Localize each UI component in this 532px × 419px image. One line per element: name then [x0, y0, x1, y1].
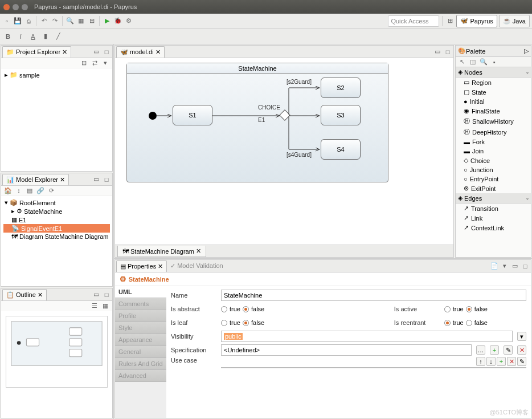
up-icon[interactable]: ↑: [476, 357, 485, 366]
palette-entrypoint[interactable]: ○ EntryPoint: [456, 174, 531, 184]
tree-root[interactable]: ▾ 📦 RootElement: [3, 198, 110, 207]
window-maximize-icon[interactable]: [22, 4, 28, 10]
category-general[interactable]: General: [115, 346, 166, 358]
minimize-view-icon[interactable]: ▭: [92, 290, 101, 299]
palette-deephistory[interactable]: Ⓗ DeepHistory: [456, 127, 531, 137]
specification-input[interactable]: [221, 344, 472, 356]
visibility-select[interactable]: public: [221, 331, 513, 342]
tree-signalevent[interactable]: 📡 SignalEventE1: [3, 224, 110, 233]
pin-icon[interactable]: ▾: [500, 262, 509, 271]
refresh-icon[interactable]: ⟳: [47, 186, 56, 195]
maximize-view-icon[interactable]: □: [102, 175, 111, 184]
leaf-false-radio[interactable]: [243, 320, 249, 326]
palette-junction[interactable]: ○ Junction: [456, 165, 531, 174]
palette-exitpoint[interactable]: ⊗ ExitPoint: [456, 184, 531, 193]
editor-tab[interactable]: 🦋 model.di ✕: [116, 46, 165, 58]
redo-icon[interactable]: ↷: [50, 17, 59, 26]
palette-state[interactable]: ▢ State: [456, 87, 531, 97]
marquee-tool-icon[interactable]: ◫: [468, 58, 477, 67]
category-advanced[interactable]: Advanced: [115, 370, 166, 382]
maximize-view-icon[interactable]: □: [102, 290, 111, 299]
category-comments[interactable]: Comments: [115, 298, 166, 310]
active-true-radio[interactable]: [444, 306, 451, 312]
edit-icon[interactable]: ✎: [504, 345, 513, 355]
state-s4[interactable]: S4: [321, 139, 361, 160]
palette-fork[interactable]: ▬ Fork: [456, 137, 531, 147]
minimize-view-icon[interactable]: ▭: [510, 262, 519, 271]
palette-finalstate[interactable]: ◉ FinalState: [456, 106, 531, 116]
delete-icon[interactable]: ✕: [517, 345, 526, 355]
model-explorer-tab[interactable]: 📊 Model Explorer ✕: [2, 174, 69, 185]
bold-icon[interactable]: B: [3, 32, 13, 41]
abstract-false-radio[interactable]: [243, 306, 249, 312]
abstract-true-radio[interactable]: [221, 306, 227, 312]
palette-link[interactable]: ↗ Link: [456, 213, 531, 223]
reentrant-true-radio[interactable]: [444, 320, 451, 326]
italic-icon[interactable]: I: [16, 32, 25, 41]
collapse-all-icon[interactable]: ⊟: [79, 58, 88, 67]
browse-icon[interactable]: …: [476, 345, 485, 355]
palette-nodes-section[interactable]: ◈ Nodes◦: [456, 67, 531, 78]
palette-choice[interactable]: ◇ Choice: [456, 156, 531, 165]
outline-overview-icon[interactable]: ▦: [101, 301, 110, 310]
fill-color-icon[interactable]: ▮: [41, 32, 50, 41]
tree-e1[interactable]: ▦ E1: [3, 215, 110, 224]
outline-tree-icon[interactable]: ☰: [90, 301, 99, 310]
align-icon[interactable]: ▦: [76, 17, 85, 26]
palette-region[interactable]: ▭ Region: [456, 78, 531, 87]
add-icon[interactable]: +: [497, 357, 506, 366]
palette-initial[interactable]: ● Initial: [456, 97, 531, 106]
down-icon[interactable]: ↓: [486, 357, 496, 366]
perspective-papyrus[interactable]: 🦋 Papyrus: [456, 15, 497, 27]
outline-thumbnail[interactable]: [6, 316, 108, 388]
font-color-icon[interactable]: A: [28, 32, 38, 41]
filter-icon[interactable]: ▤: [25, 186, 34, 195]
state-s2[interactable]: S2: [321, 78, 361, 98]
save-icon[interactable]: 💾: [13, 17, 22, 26]
initial-state-node[interactable]: [149, 112, 157, 120]
undo-icon[interactable]: ↶: [39, 17, 48, 26]
zoom-tool-icon[interactable]: 🔍: [479, 58, 488, 67]
category-rulers[interactable]: Rulers And Grid: [115, 358, 166, 370]
run-icon[interactable]: ▶: [103, 17, 112, 26]
state-s3[interactable]: S3: [321, 105, 361, 125]
category-profile[interactable]: Profile: [115, 310, 166, 322]
minimize-editor-icon[interactable]: ▭: [433, 47, 442, 56]
palette-shallowhistory[interactable]: Ⓗ ShallowHistory: [456, 116, 531, 127]
outline-tab[interactable]: 📋 Outline ✕: [2, 289, 47, 300]
name-input[interactable]: [221, 290, 526, 301]
palette-contextlink[interactable]: ↗ ContextLink: [456, 223, 531, 233]
view-menu-icon[interactable]: ▾: [101, 58, 110, 67]
reentrant-false-radio[interactable]: [466, 320, 472, 326]
minimize-view-icon[interactable]: ▭: [92, 47, 101, 56]
choice-node[interactable]: [279, 109, 290, 121]
new-view-icon[interactable]: 📄: [490, 262, 499, 271]
tree-diagram[interactable]: 🗺 Diagram StateMachine Diagram: [3, 233, 110, 241]
add-icon[interactable]: +: [490, 345, 499, 355]
perspective-java[interactable]: ☕ Java: [499, 15, 530, 27]
select-tool-icon[interactable]: ↖: [457, 58, 466, 67]
new-icon[interactable]: ▫: [2, 17, 11, 26]
delete-icon[interactable]: ✕: [507, 357, 516, 366]
diagram-tab[interactable]: 🗺 StateMachine Diagram ✕: [117, 246, 206, 257]
project-node[interactable]: ▸ 📁 sample: [3, 71, 110, 79]
distribute-icon[interactable]: ⊞: [87, 17, 96, 26]
diagram-canvas[interactable]: StateMachine S1 S2 S3 S4 CHOICE E1 [s2Gu…: [115, 58, 453, 245]
minimize-view-icon[interactable]: ▭: [92, 175, 101, 184]
category-style[interactable]: Style: [115, 322, 166, 334]
palette-edges-section[interactable]: ◈ Edges◦: [456, 193, 531, 204]
build-icon[interactable]: ⚙: [124, 17, 133, 26]
category-uml[interactable]: UML: [115, 286, 166, 298]
maximize-editor-icon[interactable]: □: [443, 47, 452, 56]
edit-icon[interactable]: ✎: [517, 357, 526, 366]
zoom-icon[interactable]: 🔍: [66, 17, 75, 26]
note-tool-icon[interactable]: ▪: [490, 58, 499, 67]
leaf-true-radio[interactable]: [221, 320, 227, 326]
state-s1[interactable]: S1: [173, 105, 212, 125]
link-icon[interactable]: 🔗: [36, 186, 45, 195]
project-explorer-tab[interactable]: 📁 Project Explorer ✕: [2, 46, 71, 58]
properties-tab[interactable]: ▤ Properties ✕: [116, 261, 167, 272]
sort-icon[interactable]: ↕: [14, 186, 23, 195]
maximize-view-icon[interactable]: □: [521, 262, 530, 271]
active-false-radio[interactable]: [466, 306, 472, 312]
